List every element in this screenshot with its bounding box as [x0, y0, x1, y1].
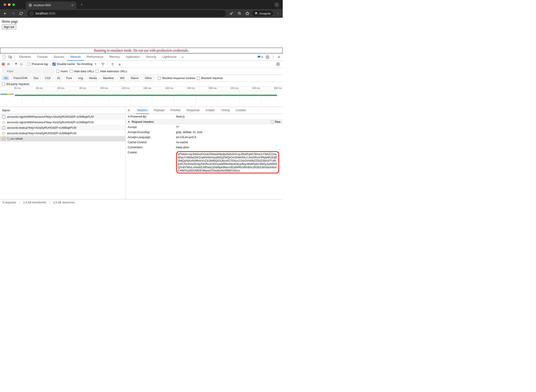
url-text: localhost:3000 — [36, 12, 55, 15]
detail-tab-initiator[interactable]: Initiator — [205, 107, 216, 114]
download-har-icon[interactable] — [117, 63, 122, 66]
request-row[interactable]: ↔ ?_rsc=xfno8 — [0, 136, 125, 141]
more-tabs-button[interactable]: » — [180, 54, 186, 60]
type-ws[interactable]: WS — [117, 76, 127, 80]
disable-cache-checkbox[interactable]: Disable cache — [52, 62, 75, 66]
tab-console[interactable]: Console — [34, 54, 51, 61]
divider — [12, 62, 12, 66]
third-party-checkbox[interactable]: 3rd-party requests — [2, 82, 29, 86]
type-wasm[interactable]: Wasm — [128, 76, 141, 80]
back-button[interactable] — [2, 10, 9, 17]
browser-menu-button[interactable]: ⋮ — [275, 10, 281, 16]
detail-tabs: ✕ Headers Payload Preview Response Initi… — [125, 107, 283, 114]
detail-tab-cookies[interactable]: Cookies — [235, 107, 247, 114]
request-row[interactable]: {} accounts:lookup?key=AIzaSyRUHG9ZP-vUW… — [0, 131, 125, 136]
name-column-header[interactable]: Name — [0, 107, 125, 114]
incognito-label: Incognito — [259, 12, 271, 15]
tab-elements[interactable]: Elements — [16, 54, 34, 61]
console-message-count[interactable]: 8 — [258, 55, 263, 59]
window-close-button[interactable] — [4, 3, 6, 6]
tab-lighthouse[interactable]: Lighthouse — [159, 54, 180, 61]
blocked-response-checkbox[interactable]: Blocked response cookies — [158, 76, 195, 80]
request-row[interactable]: accounts:lookup?key=AIzaSyRUHG9ZP-vUWBqk… — [0, 125, 125, 131]
tab-title: localhost:3000 — [34, 4, 69, 7]
hide-ext-urls-checkbox[interactable]: Hide extension URLs — [96, 70, 127, 73]
devtools-settings-button[interactable] — [265, 54, 270, 60]
detail-tab-response[interactable]: Response — [186, 107, 200, 114]
devtools-menu-button[interactable]: ⋮ — [270, 54, 276, 60]
filter-input-wrapper — [2, 69, 55, 74]
tab-performance[interactable]: Performance — [84, 54, 106, 61]
network-timeline[interactable]: 20 ms40 ms60 ms 80 ms100 ms120 ms 140 ms… — [0, 87, 283, 107]
type-img[interactable]: Img — [76, 76, 85, 80]
resource-type-row: All Fetch/XHR Doc CSS JS Font Img Media … — [0, 75, 283, 81]
incognito-badge[interactable]: Incognito — [252, 11, 273, 16]
forward-button[interactable] — [10, 10, 17, 17]
devtools-close-button[interactable]: ✕ — [276, 54, 282, 60]
search-icon[interactable] — [20, 63, 23, 66]
svg-rect-3 — [3, 56, 5, 58]
type-all[interactable]: All — [2, 76, 10, 80]
caret-down-icon: ▼ — [128, 121, 130, 123]
tab-strip: localhost:3000 ✕ + ⌄ — [26, 0, 281, 9]
request-row[interactable]: {} accounts:signInWithPassword?key=AIzaS… — [0, 119, 125, 125]
type-doc[interactable]: Doc — [31, 76, 41, 80]
detail-close-button[interactable]: ✕ — [127, 108, 132, 112]
request-headers-section[interactable]: ▼ Request Headers Raw — [125, 119, 283, 125]
blocked-requests-checkbox[interactable]: Blocked requests — [197, 76, 223, 80]
type-font[interactable]: Font — [64, 76, 74, 80]
throttling-select[interactable]: No throttling ▼ — [77, 62, 98, 66]
detail-tab-headers[interactable]: Headers — [136, 107, 149, 114]
network-conditions-icon[interactable] — [100, 62, 106, 66]
header-key: Cookie: — [128, 151, 176, 174]
reload-button[interactable] — [18, 10, 25, 17]
request-detail-pane: ✕ Headers Payload Preview Response Initi… — [125, 107, 283, 199]
type-js[interactable]: JS — [55, 76, 63, 80]
upload-har-icon[interactable] — [110, 63, 115, 66]
browser-tab[interactable]: localhost:3000 ✕ — [26, 1, 76, 9]
detail-tab-payload[interactable]: Payload — [153, 107, 165, 114]
tab-network[interactable]: Network — [67, 54, 84, 61]
raw-checkbox[interactable]: Raw — [271, 120, 281, 123]
tabs-dropdown-button[interactable]: ⌄ — [274, 2, 279, 7]
address-bar[interactable]: i localhost:3000 — [27, 10, 226, 17]
type-css[interactable]: CSS — [42, 76, 53, 80]
detail-tab-preview[interactable]: Preview — [169, 107, 181, 114]
filter-toggle-icon[interactable] — [14, 63, 18, 66]
incognito-icon — [254, 12, 258, 15]
header-row: Accept:*/* — [125, 125, 283, 130]
type-manifest[interactable]: Manifest — [101, 76, 116, 80]
tab-close-button[interactable]: ✕ — [71, 4, 74, 7]
clear-button[interactable]: ⊘ — [7, 62, 10, 66]
filter-input[interactable] — [2, 69, 55, 74]
detail-tab-timing[interactable]: Timing — [220, 107, 231, 114]
device-toggle-icon[interactable] — [7, 54, 13, 60]
window-minimize-button[interactable] — [8, 3, 10, 6]
invert-checkbox[interactable]: Invert — [56, 70, 68, 73]
type-media[interactable]: Media — [87, 76, 99, 80]
bookmark-star-icon[interactable] — [244, 10, 250, 16]
globe-favicon-icon — [28, 4, 32, 7]
password-key-icon[interactable] — [228, 10, 235, 16]
tab-memory[interactable]: Memory — [106, 54, 123, 61]
site-info-icon[interactable]: i — [30, 12, 33, 15]
new-tab-button[interactable]: + — [79, 1, 85, 8]
browser-titlebar: localhost:3000 ✕ + ⌄ — [0, 0, 283, 9]
tab-sources[interactable]: Sources — [51, 54, 67, 61]
network-body: Name accounts:signInWithPassword?key=AIz… — [0, 107, 283, 199]
window-fullscreen-button[interactable] — [12, 3, 15, 6]
request-row[interactable]: accounts:signInWithPassword?key=AIzaSyRU… — [0, 114, 125, 119]
tab-application[interactable]: Application — [123, 54, 143, 61]
record-button[interactable] — [2, 63, 5, 66]
preserve-log-checkbox[interactable]: Preserve log — [28, 62, 48, 66]
hide-data-urls-checkbox[interactable]: Hide data URLs — [69, 70, 94, 73]
network-settings-button[interactable] — [275, 61, 281, 67]
zoom-icon[interactable] — [236, 10, 243, 16]
document-icon — [2, 115, 5, 118]
inspect-element-icon[interactable] — [1, 54, 7, 60]
signout-button[interactable]: Sign out — [2, 24, 16, 29]
header-row: Accept-Language:en-US,en;q=0.9 — [125, 135, 283, 140]
type-other[interactable]: Other — [143, 76, 155, 80]
type-fetch[interactable]: Fetch/XHR — [11, 76, 30, 80]
tab-security[interactable]: Security — [143, 54, 159, 61]
